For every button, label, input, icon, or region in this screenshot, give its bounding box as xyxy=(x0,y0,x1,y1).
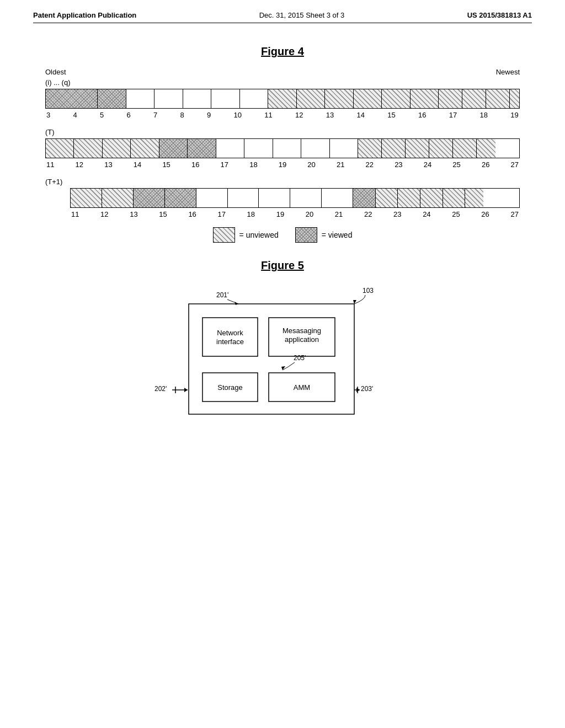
seg-dotted xyxy=(165,189,196,207)
seg-empty xyxy=(228,189,259,207)
seg-diagonal xyxy=(477,139,495,158)
num: 27 xyxy=(511,160,519,169)
figure5-title: Figure 5 xyxy=(33,259,532,272)
oldest-label: Oldest xyxy=(45,68,66,76)
num: 18 xyxy=(247,210,255,218)
seg-empty xyxy=(196,189,228,207)
legend-box-unviewed xyxy=(213,227,235,243)
num: 18 xyxy=(480,111,488,119)
num: 24 xyxy=(424,160,431,169)
seg-empty xyxy=(301,139,329,158)
seg-empty xyxy=(259,189,290,207)
seg-diagonal xyxy=(462,89,486,108)
num: 10 xyxy=(234,111,242,119)
num: 8 xyxy=(180,111,184,119)
messaging-app-text2: application xyxy=(285,335,319,344)
seg-diagonal xyxy=(406,139,429,158)
num: 12 xyxy=(295,111,303,119)
num: 14 xyxy=(357,111,365,119)
seg-diagonal xyxy=(382,89,410,108)
legend-viewed-label: = viewed xyxy=(322,231,353,239)
seg-empty xyxy=(216,139,244,158)
num: 17 xyxy=(217,210,225,218)
seg-empty xyxy=(330,139,358,158)
seg-empty xyxy=(244,139,273,158)
num: 12 xyxy=(100,210,108,218)
num: 13 xyxy=(104,160,112,169)
arrow-202-head xyxy=(184,388,188,392)
network-interface-text2: interface xyxy=(216,338,244,346)
arrow-203-head xyxy=(356,388,360,392)
label-205: 205' xyxy=(294,354,306,362)
num: 4 xyxy=(73,111,77,119)
seg-diagonal xyxy=(268,89,296,108)
num: 17 xyxy=(449,111,457,119)
page-header: Patent Application Publication Dec. 31, … xyxy=(33,11,532,23)
num: 17 xyxy=(221,160,228,169)
seg-diagonal xyxy=(358,139,382,158)
network-interface-box xyxy=(202,318,258,356)
seg-dotted xyxy=(46,89,98,108)
arrow-103 xyxy=(354,295,365,304)
seg-diagonal xyxy=(71,189,102,207)
seg-diagonal xyxy=(102,189,134,207)
num: 24 xyxy=(423,210,430,218)
num: 16 xyxy=(188,210,196,218)
seg-diagonal xyxy=(74,139,102,158)
legend-box-viewed xyxy=(295,227,317,243)
num: 25 xyxy=(452,210,460,218)
label-202: 202' xyxy=(154,385,167,393)
figure4-container: Oldest Newest (i) ... (q) 3 xyxy=(45,68,520,243)
network-interface-text: Network xyxy=(217,329,243,337)
seg-empty xyxy=(240,89,268,108)
seg-dotted xyxy=(159,139,188,158)
seg-empty xyxy=(183,89,211,108)
header-center: Dec. 31, 2015 Sheet 3 of 3 xyxy=(259,11,345,19)
seg-dotted xyxy=(353,189,376,207)
num: 23 xyxy=(395,160,402,169)
seg-diagonal xyxy=(376,189,398,207)
num: 18 xyxy=(249,160,257,169)
seg-empty xyxy=(154,89,183,108)
num: 9 xyxy=(207,111,211,119)
num: 7 xyxy=(153,111,157,119)
num: 15 xyxy=(162,160,170,169)
numbers-row-iq: 3 4 5 6 7 8 9 10 11 12 13 14 15 16 17 18… xyxy=(45,111,520,119)
numbers-row-t1: 11 12 13 15 16 17 18 19 20 21 22 23 24 2… xyxy=(70,210,520,218)
num: 5 xyxy=(100,111,104,119)
figure4-title: Figure 4 xyxy=(33,45,532,58)
num: 19 xyxy=(279,160,286,169)
num: 12 xyxy=(76,160,83,169)
row-label-t1: (T+1) xyxy=(45,178,520,186)
seg-dotted xyxy=(134,189,165,207)
row-label-iq: (i) ... (q) xyxy=(45,78,520,87)
legend-unviewed-label: = unviewed xyxy=(239,231,279,239)
legend-unviewed: = unviewed xyxy=(213,227,279,243)
seg-empty xyxy=(273,139,301,158)
num: 11 xyxy=(264,111,272,119)
bar-row-t1 xyxy=(70,188,520,208)
num: 22 xyxy=(366,160,374,169)
seg-diagonal xyxy=(382,139,406,158)
seg-diagonal xyxy=(325,89,353,108)
seg-diagonal xyxy=(439,89,462,108)
num: 21 xyxy=(335,210,343,218)
num: 15 xyxy=(387,111,395,119)
oldest-newest-row: Oldest Newest xyxy=(45,68,520,76)
seg-diagonal xyxy=(398,189,420,207)
num: 6 xyxy=(127,111,131,119)
seg-diagonal xyxy=(354,89,382,108)
amm-text: AMM xyxy=(294,383,310,392)
seg-diagonal xyxy=(411,89,439,108)
num: 11 xyxy=(46,160,54,169)
num: 26 xyxy=(482,160,489,169)
numbers-row-t: 11 12 13 14 15 16 17 18 19 20 21 22 23 2… xyxy=(45,160,520,169)
bar-row-t xyxy=(45,138,520,158)
seg-diagonal xyxy=(131,139,159,158)
figure5-svg: Network interface Mesasaging application… xyxy=(145,282,420,436)
seg-empty xyxy=(290,189,322,207)
box-103-rect xyxy=(189,304,354,414)
seg-diagonal xyxy=(103,139,131,158)
num: 14 xyxy=(134,160,141,169)
num: 11 xyxy=(71,210,79,218)
